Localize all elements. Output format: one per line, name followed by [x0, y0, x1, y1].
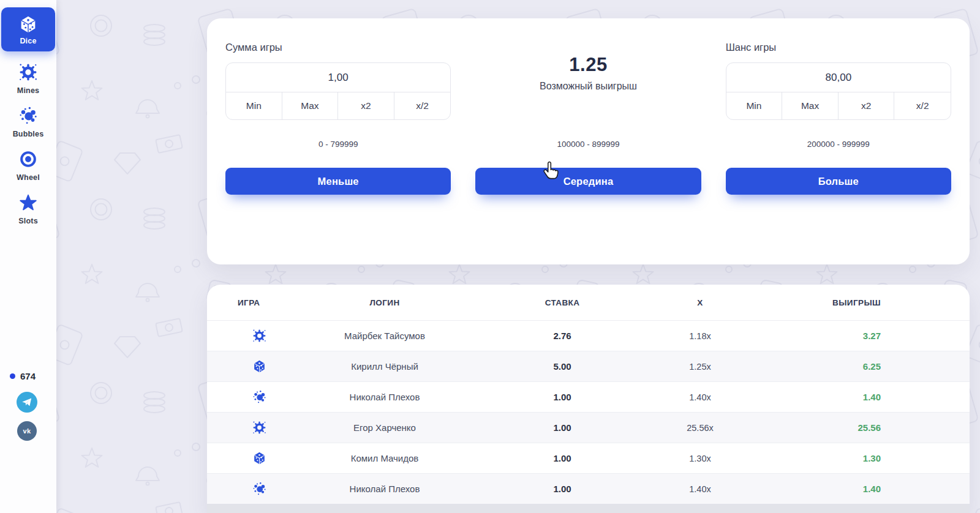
center-range-hint: 100000 - 899999: [475, 140, 701, 149]
dice-icon: [252, 359, 267, 374]
bubbles-icon: [18, 105, 39, 126]
row-win: 3.27: [764, 331, 881, 341]
row-win: 25.56: [764, 422, 881, 433]
amount-x2-button[interactable]: x2: [338, 92, 394, 119]
online-counter: 674: [10, 371, 36, 381]
header-login: ЛОГИН: [281, 298, 489, 307]
row-bet: 2.76: [489, 331, 636, 341]
bubbles-icon: [252, 389, 267, 405]
vk-icon: vk: [23, 427, 31, 435]
amount-label: Сумма игры: [225, 42, 451, 54]
row-bet: 1.00: [489, 484, 636, 494]
row-multiplier: 1.40x: [636, 484, 764, 494]
sidebar-item-bubbles[interactable]: Bubbles: [0, 105, 56, 138]
header-multiplier: X: [636, 298, 764, 307]
sidebar-item-slots[interactable]: Slots: [0, 192, 56, 225]
sidebar-item-wheel[interactable]: Wheel: [0, 149, 56, 182]
bet-less-button[interactable]: Меньше: [225, 168, 451, 195]
header-game: ИГРА: [238, 298, 281, 307]
chance-max-button[interactable]: Max: [782, 92, 839, 119]
row-multiplier: 1.18x: [636, 331, 764, 341]
sidebar-item-label: Mines: [17, 86, 39, 95]
sidebar-item-label: Dice: [20, 37, 36, 45]
dice-icon: [252, 451, 267, 466]
mines-icon: [18, 62, 39, 83]
table-row: Комил Мачидов 1.00 1.30x 1.30: [207, 443, 970, 473]
row-multiplier: 1.30x: [636, 454, 764, 463]
games-sidebar: Dice Mines Bubbles Wheel Slots 674 vk: [0, 0, 56, 513]
bet-middle-button[interactable]: Середина: [475, 168, 701, 195]
row-bet: 1.00: [489, 422, 636, 433]
row-login: Кирилл Чёрный: [281, 361, 489, 372]
vk-link[interactable]: vk: [17, 421, 37, 441]
chance-modifiers: Min Max x2 x/2: [726, 92, 951, 119]
chance-range-hint: 200000 - 999999: [726, 140, 951, 149]
amount-modifiers: Min Max x2 x/2: [226, 92, 450, 119]
row-login: Егор Харченко: [281, 422, 489, 433]
chance-input-group: Min Max x2 x/2: [726, 62, 951, 120]
win-multiplier: 1.25: [475, 54, 701, 76]
mines-icon: [252, 328, 267, 343]
telegram-icon: [21, 396, 33, 408]
live-bets-table: ИГРА ЛОГИН СТАВКА X ВЫИГРЫШ Майрбек Тайс…: [207, 285, 970, 513]
chance-label: Шанс игры: [726, 42, 951, 54]
row-bet: 1.00: [489, 453, 636, 463]
telegram-link[interactable]: [17, 392, 37, 413]
row-win: 1.30: [764, 453, 881, 463]
sidebar-item-label: Slots: [18, 217, 38, 225]
amount-min-button[interactable]: Min: [226, 92, 282, 119]
dice-icon: [18, 14, 39, 35]
row-login: Комил Мачидов: [281, 453, 489, 463]
row-bet: 1.00: [489, 392, 636, 402]
sidebar-item-dice[interactable]: Dice: [1, 7, 55, 51]
row-multiplier: 1.25x: [636, 362, 764, 372]
possible-win-caption: Возможный выигрыш: [475, 81, 701, 92]
row-win: 1.40: [764, 484, 881, 494]
table-row: Николай Плехов 1.00 1.40x 1.40: [207, 381, 970, 412]
row-login: Николай Плехов: [281, 392, 489, 402]
amount-half-button[interactable]: x/2: [394, 92, 451, 119]
table-row: Николай Плехов 1.00 1.40x 1.40: [207, 473, 970, 504]
online-dot-icon: [10, 373, 15, 379]
row-bet: 5.00: [489, 361, 636, 372]
bubbles-icon: [252, 481, 267, 496]
table-row: Кирилл Чёрный 5.00 1.25x 6.25: [207, 351, 970, 381]
row-login: Майрбек Тайсумов: [281, 331, 489, 341]
sidebar-item-label: Wheel: [17, 173, 40, 182]
bet-amount-column: Сумма игры Min Max x2 x/2 0 - 799999 Мен…: [225, 18, 451, 264]
row-login: Николай Плехов: [281, 484, 489, 494]
amount-range-hint: 0 - 799999: [225, 140, 451, 149]
table-header: ИГРА ЛОГИН СТАВКА X ВЫИГРЫШ: [207, 285, 970, 320]
table-row: Егор Харченко 1.00 25.56x 25.56: [207, 412, 970, 443]
amount-max-button[interactable]: Max: [282, 92, 339, 119]
table-row: Майрбек Тайсумов 2.76 1.18x 3.27: [207, 320, 970, 351]
wheel-icon: [18, 149, 39, 170]
chance-half-button[interactable]: x/2: [894, 92, 951, 119]
bet-more-button[interactable]: Больше: [726, 168, 951, 195]
mines-icon: [252, 420, 267, 435]
slots-icon: [18, 192, 39, 213]
bet-center-column: 1.25 Возможный выигрыш 100000 - 899999 С…: [475, 18, 701, 264]
header-bet: СТАВКА: [489, 298, 636, 307]
row-multiplier: 25.56x: [636, 423, 764, 433]
amount-input-group: Min Max x2 x/2: [225, 62, 451, 120]
chance-x2-button[interactable]: x2: [839, 92, 895, 119]
sidebar-item-label: Bubbles: [13, 130, 44, 138]
online-count: 674: [20, 371, 36, 381]
chance-input[interactable]: [726, 63, 951, 92]
sidebar-item-mines[interactable]: Mines: [0, 62, 56, 95]
chance-min-button[interactable]: Min: [726, 92, 783, 119]
amount-input[interactable]: [226, 63, 450, 92]
row-win: 6.25: [764, 361, 881, 372]
header-win: ВЫИГРЫШ: [764, 298, 881, 307]
bet-panel: Сумма игры Min Max x2 x/2 0 - 799999 Мен…: [207, 18, 970, 264]
bet-chance-column: Шанс игры Min Max x2 x/2 200000 - 999999…: [726, 18, 951, 264]
row-win: 1.40: [764, 392, 881, 402]
row-multiplier: 1.40x: [636, 392, 764, 402]
table-next-row-peek: [207, 504, 970, 513]
